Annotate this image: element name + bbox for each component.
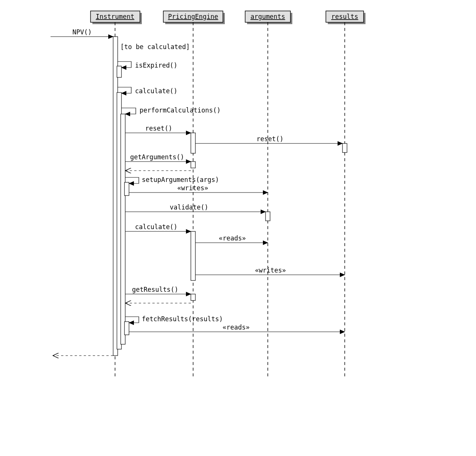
msg-setupargs-label: setupArguments(args) — [142, 176, 219, 183]
msg-isexpired-label: isExpired() — [135, 62, 178, 69]
msg-writes-label: «writes» — [177, 184, 208, 192]
activation-getargs-engine — [191, 162, 195, 168]
msg-validate-label: validate() — [170, 203, 208, 211]
msg-reset-label: reset() — [145, 125, 172, 132]
msg-reads2-label: «reads» — [223, 324, 250, 331]
msg-npv-label: NPV() — [72, 28, 92, 36]
activation-perform — [121, 114, 125, 344]
msg-getargs-label: getArguments() — [130, 153, 184, 161]
msg-guard-label: [to be calculated] — [120, 43, 190, 51]
activation-isexpired — [117, 66, 121, 77]
msg-reads-label: «reads» — [219, 234, 246, 242]
msg-getresults-label: getResults() — [132, 286, 178, 293]
msg-calculate2-label: calculate() — [135, 223, 178, 231]
activation-fetchresults — [124, 322, 129, 335]
sequence-diagram: Instrument PricingEngine arguments resul… — [0, 0, 476, 456]
activation-reset-engine — [191, 133, 195, 153]
participant-results-label: results — [331, 13, 358, 20]
msg-writes2-label: «writes» — [255, 267, 286, 274]
activation-getresults-engine — [191, 294, 195, 300]
participant-arguments-label: arguments — [250, 13, 285, 20]
msg-calculate-label: calculate() — [135, 87, 178, 95]
msg-reset2-label: reset() — [256, 135, 284, 143]
msg-fetchresults-label: fetchResults(results) — [142, 315, 223, 323]
activation-setupargs — [124, 182, 129, 196]
participant-instrument-label: Instrument — [96, 13, 134, 20]
msg-perform-label: performCalculations() — [140, 106, 221, 114]
activation-validate-args — [266, 212, 270, 221]
msg-perform — [121, 108, 136, 114]
activation-calc-engine — [191, 231, 195, 280]
participant-pricing-engine-label: PricingEngine — [168, 13, 218, 20]
activation-reset-results — [342, 143, 347, 153]
